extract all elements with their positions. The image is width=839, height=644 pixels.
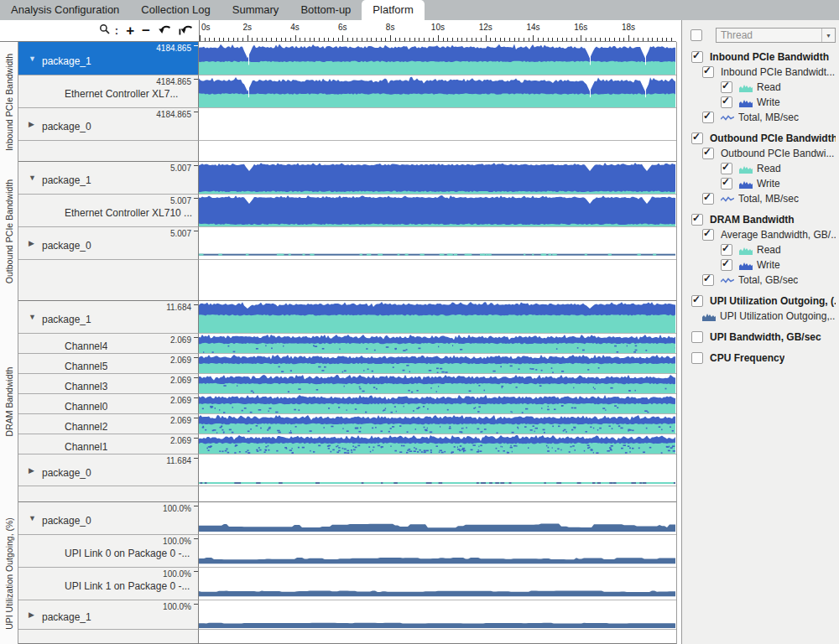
tab-bar: Analysis ConfigurationCollection LogSumm… — [0, 0, 839, 20]
timeline-chart-channel4[interactable] — [199, 334, 676, 354]
row-max-value: 100.0% — [163, 569, 191, 579]
row-max-value: 2.069 — [170, 335, 191, 345]
tab-bottom-up[interactable]: Bottom-up — [289, 0, 362, 20]
legend-item-upi-bandwidth-gb-sec: UPI Bandwidth, GB/sec — [690, 330, 836, 345]
timeline-chart-upi-link-0-on-package-0[interactable] — [199, 535, 676, 568]
zoom-out-button[interactable]: − — [142, 23, 150, 39]
legend-item-write: Write — [690, 257, 836, 273]
timeline-chart-package-1[interactable] — [199, 301, 676, 334]
legend-checkbox-inbound-pcie-bandwidth[interactable] — [691, 51, 703, 63]
collapse-arrow-icon[interactable]: ▼ — [29, 174, 38, 182]
line-blue-icon — [721, 113, 734, 122]
legend-checkbox-total-mb-sec[interactable] — [702, 112, 714, 123]
timeline-chart-channel3[interactable] — [199, 374, 676, 394]
legend-item-write: Write — [690, 95, 836, 110]
timeline-chart-channel2[interactable] — [199, 414, 676, 434]
expand-arrow-icon[interactable]: ▶ — [29, 239, 38, 247]
tab-analysis-configuration[interactable]: Analysis Configuration — [0, 0, 130, 20]
row-max-value: 100.0% — [163, 504, 191, 513]
legend-checkbox-total-mb-sec[interactable] — [702, 193, 714, 205]
expand-arrow-icon[interactable]: ▶ — [29, 466, 38, 475]
legend-label: CPU Frequency — [710, 352, 784, 364]
time-ruler[interactable]: 0s2s4s6s8s10s12s14s16s18s — [199, 20, 676, 42]
row-header-upi-link-1-on-package-0[interactable]: UPI Link 1 on Package 0 -...100.0% — [18, 568, 199, 600]
timeline-chart-package-0[interactable] — [199, 502, 676, 535]
timeline-chart-ethernet-controller-xl7[interactable] — [199, 75, 676, 108]
expand-arrow-icon[interactable]: ▶ — [29, 610, 38, 619]
timeline-chart-package-0[interactable] — [199, 108, 676, 141]
legend-checkbox-upi-bandwidth-gb-sec[interactable] — [691, 331, 703, 343]
axis-strip-outbound-pcie-bandwidth: Outbound PCIe Bandwidth — [0, 162, 18, 301]
row-header-channel1[interactable]: Channel12.069 — [18, 434, 199, 454]
row-header-package-1[interactable]: ▼package_14184.865 — [18, 42, 199, 75]
tab-platform[interactable]: Platform — [362, 0, 424, 20]
thread-filter-checkbox[interactable] — [690, 29, 702, 41]
timeline-row-upi-link-1-on-package-0: UPI Link 1 on Package 0 -...100.0% — [18, 568, 676, 600]
timeline-row-upi-link-0-on-package-0: UPI Link 0 on Package 0 -...100.0% — [18, 535, 676, 568]
legend-checkbox-read[interactable] — [721, 81, 732, 93]
vtune-platform-window: Analysis ConfigurationCollection LogSumm… — [0, 0, 839, 644]
row-header-package-1[interactable]: ▶package_1100.0% — [18, 600, 199, 630]
row-header-package-0[interactable]: ▶package_05.007 — [18, 227, 199, 260]
row-max-value: 5.007 — [170, 196, 191, 205]
legend-checkbox-cpu-frequency[interactable] — [691, 352, 703, 364]
legend-item-upi-utilization-outgoing: UPI Utilization Outgoing,... — [690, 309, 836, 324]
collapse-arrow-icon[interactable]: ▼ — [29, 514, 38, 522]
legend-checkbox-write[interactable] — [721, 178, 732, 190]
row-label: Channel1 — [65, 436, 107, 453]
timeline-chart-channel1[interactable] — [199, 434, 676, 454]
scale-tick — [194, 165, 198, 166]
legend-checkbox-write[interactable] — [721, 96, 732, 108]
timeline-chart-channel5[interactable] — [199, 354, 676, 374]
reset-zoom-button[interactable] — [179, 23, 193, 39]
legend-checkbox-outbound-pcie-bandwi[interactable] — [702, 148, 714, 159]
timeline-chart-upi-link-1-on-package-0[interactable] — [199, 568, 676, 600]
timeline-toolbar: : + − — [0, 20, 199, 42]
row-header-channel5[interactable]: Channel52.069 — [18, 354, 199, 374]
thread-dropdown[interactable]: Thread▼ — [716, 28, 836, 43]
legend-checkbox-dram-bandwidth[interactable] — [691, 214, 703, 226]
legend-checkbox-write[interactable] — [721, 259, 732, 271]
legend-checkbox-read[interactable] — [721, 163, 732, 174]
legend-checkbox-inbound-pcie-bandwidt[interactable] — [702, 66, 714, 78]
legend-checkbox-read[interactable] — [721, 244, 732, 256]
scale-tick — [194, 45, 198, 46]
legend-item-read: Read — [690, 242, 836, 257]
line-blue-icon — [721, 195, 734, 204]
timeline-chart-channel0[interactable] — [199, 394, 676, 414]
timeline-chart-package-0[interactable] — [199, 454, 676, 486]
row-header-package-1[interactable]: ▼package_15.007 — [18, 162, 199, 195]
row-header-package-1[interactable]: ▼package_111.684 — [18, 301, 199, 334]
row-header-upi-link-0-on-package-0[interactable]: UPI Link 0 on Package 0 -...100.0% — [18, 535, 199, 568]
row-header-channel0[interactable]: Channel02.069 — [18, 394, 199, 414]
timeline-chart-ethernet-controller-xl710[interactable] — [199, 195, 676, 227]
legend-checkbox-outbound-pcie-bandwidth[interactable] — [691, 132, 703, 144]
row-header-channel3[interactable]: Channel32.069 — [18, 374, 199, 394]
timeline-chart-package-1[interactable] — [199, 600, 676, 630]
timeline-chart-package-1[interactable] — [199, 42, 676, 75]
row-max-value: 2.069 — [170, 436, 191, 445]
legend-checkbox-upi-utilization-outgoing[interactable] — [691, 295, 703, 307]
collapse-arrow-icon[interactable]: ▼ — [29, 313, 38, 321]
row-header-channel2[interactable]: Channel22.069 — [18, 414, 199, 434]
row-header-channel4[interactable]: Channel42.069 — [18, 334, 199, 354]
legend-checkbox-average-bandwidth-gb[interactable] — [702, 229, 714, 241]
zoom-selector-icon[interactable] — [99, 23, 111, 39]
row-header-package-0[interactable]: ▼package_0100.0% — [18, 502, 199, 535]
row-max-value: 4184.865 — [156, 77, 191, 86]
row-header-ethernet-controller-xl7[interactable]: Ethernet Controller XL7...4184.865 — [18, 75, 199, 108]
tab-collection-log[interactable]: Collection Log — [130, 0, 221, 20]
tab-summary[interactable]: Summary — [221, 0, 290, 20]
row-header-ethernet-controller-xl710[interactable]: Ethernet Controller XL710 ...5.007 — [18, 195, 199, 227]
timeline-chart-package-1[interactable] — [199, 162, 676, 195]
row-header-package-0[interactable]: ▶package_011.684 — [18, 454, 199, 486]
legend-label: Read — [757, 81, 781, 93]
undo-zoom-button[interactable] — [158, 23, 171, 39]
expand-arrow-icon[interactable]: ▶ — [29, 120, 38, 128]
timeline-chart-package-0[interactable] — [199, 227, 676, 260]
timeline-chart-empty — [199, 141, 676, 162]
zoom-in-button[interactable]: + — [126, 23, 134, 39]
legend-checkbox-total-gb-sec[interactable] — [702, 274, 714, 286]
row-header-package-0[interactable]: ▶package_04184.865 — [18, 108, 199, 141]
collapse-arrow-icon[interactable]: ▼ — [29, 55, 38, 63]
